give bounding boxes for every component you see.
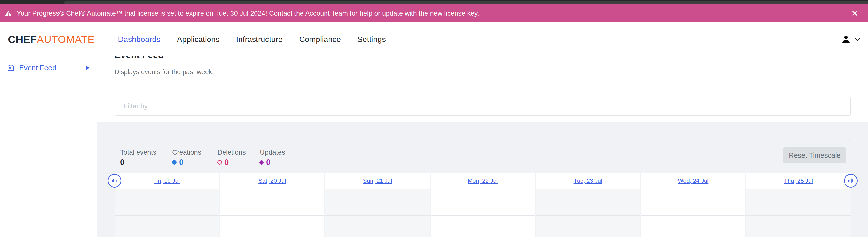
timeline-day-cell: Mon, 22 Jul bbox=[431, 173, 535, 188]
day-link-sat-20[interactable]: Sat, 20 Jul bbox=[258, 177, 286, 184]
updates-marker-icon bbox=[259, 160, 264, 165]
browser-tab bbox=[64, 1, 868, 4]
grid-column-sat bbox=[220, 189, 324, 237]
page-title: Event Feed bbox=[115, 56, 850, 61]
stat-deletions: Deletions 0 bbox=[217, 149, 260, 167]
top-navbar: CHEFAUTOMATE Dashboards Applications Inf… bbox=[0, 22, 868, 56]
grid-column-thu bbox=[746, 189, 850, 237]
timeline-handle-left[interactable] bbox=[108, 174, 121, 187]
nav-item-dashboards[interactable]: Dashboards bbox=[110, 35, 169, 44]
nav-item-compliance[interactable]: Compliance bbox=[291, 35, 349, 44]
day-link-fri-19[interactable]: Fri, 19 Jul bbox=[154, 177, 180, 184]
event-guide-card: Total events 0 Creations 0 Deletions 0 bbox=[115, 139, 851, 237]
nav-menu: Dashboards Applications Infrastructure C… bbox=[110, 35, 394, 44]
warning-icon bbox=[5, 10, 12, 17]
stat-label: Creations bbox=[172, 149, 217, 156]
main-panel: Event Feed Displays events for the past … bbox=[97, 56, 868, 237]
app-window: Your Progress® Chef® Automate™ trial lic… bbox=[0, 0, 868, 237]
browser-chrome-bar bbox=[0, 0, 868, 4]
nav-item-settings[interactable]: Settings bbox=[349, 35, 394, 44]
event-stats-row: Total events 0 Creations 0 Deletions 0 bbox=[115, 139, 850, 173]
timeline-grid bbox=[115, 189, 850, 237]
sidebar-item-label: Event Feed bbox=[19, 64, 56, 72]
page-subtitle: Displays events for the past week. bbox=[115, 68, 850, 76]
banner-message-text: Your Progress® Chef® Automate™ trial lic… bbox=[17, 9, 382, 17]
banner-close-button[interactable]: ✕ bbox=[850, 8, 860, 19]
filter-input[interactable] bbox=[115, 97, 850, 116]
day-link-wed-24[interactable]: Wed, 24 Jul bbox=[678, 177, 708, 184]
timeline-day-cell: Wed, 24 Jul bbox=[641, 173, 745, 188]
timeline-header: Fri, 19 Jul Sat, 20 Jul Sun, 21 Jul Mon,… bbox=[115, 173, 850, 188]
content-area: Event Feed Event Feed Displays events fo… bbox=[0, 56, 868, 237]
stat-updates: Updates 0 bbox=[260, 149, 285, 167]
grid-column-mon bbox=[431, 189, 535, 237]
day-link-tue-23[interactable]: Tue, 23 Jul bbox=[574, 177, 602, 184]
stat-label: Total events bbox=[120, 149, 172, 156]
creations-marker-icon bbox=[172, 160, 177, 165]
day-link-thu-25[interactable]: Thu, 25 Jul bbox=[784, 177, 813, 184]
account-menu-button[interactable] bbox=[841, 34, 860, 45]
reset-timescale-button[interactable]: Reset Timescale bbox=[783, 147, 846, 163]
stat-total-events: Total events 0 bbox=[120, 149, 172, 167]
event-guide-section: Total events 0 Creations 0 Deletions 0 bbox=[97, 122, 868, 237]
grid-column-sun bbox=[325, 189, 430, 237]
logo-automate: AUTOMATE bbox=[37, 33, 95, 45]
person-icon bbox=[841, 34, 851, 45]
sidebar-item-event-feed[interactable]: Event Feed bbox=[0, 62, 97, 74]
timeline-day-cell: Tue, 23 Jul bbox=[536, 173, 640, 188]
stat-creations: Creations 0 bbox=[172, 149, 217, 167]
timeline-day-cell: Sat, 20 Jul bbox=[220, 173, 324, 188]
timeline-day-cell: Sun, 21 Jul bbox=[325, 173, 430, 188]
day-link-mon-22[interactable]: Mon, 22 Jul bbox=[468, 177, 498, 184]
banner-message: Your Progress® Chef® Automate™ trial lic… bbox=[17, 9, 479, 17]
slider-icon bbox=[848, 178, 854, 184]
timeline-day-cell: Fri, 19 Jul bbox=[115, 173, 219, 188]
day-link-sun-21[interactable]: Sun, 21 Jul bbox=[363, 177, 392, 184]
stat-label: Updates bbox=[260, 149, 285, 156]
grid-column-tue bbox=[536, 189, 640, 237]
stat-label: Deletions bbox=[217, 149, 260, 156]
chevron-down-icon bbox=[855, 38, 860, 41]
page-header-block: Event Feed Displays events for the past … bbox=[97, 56, 868, 116]
arrow-right-icon bbox=[86, 66, 89, 70]
timeline-day-cell: Thu, 25 Jul bbox=[746, 173, 850, 188]
stat-value: 0 bbox=[179, 158, 183, 167]
logo-chef: CHEF bbox=[8, 33, 37, 45]
grid-column-wed bbox=[641, 189, 745, 237]
app-logo[interactable]: CHEFAUTOMATE bbox=[8, 33, 95, 45]
close-icon: ✕ bbox=[851, 9, 859, 18]
timeline-handle-right[interactable] bbox=[844, 174, 858, 187]
stat-value: 0 bbox=[266, 158, 270, 167]
calendar-icon bbox=[7, 65, 14, 71]
stat-value: 0 bbox=[224, 158, 228, 167]
sidebar: Event Feed bbox=[0, 56, 97, 237]
stat-value: 0 bbox=[120, 158, 124, 167]
nav-item-applications[interactable]: Applications bbox=[169, 35, 228, 44]
timeline: Fri, 19 Jul Sat, 20 Jul Sun, 21 Jul Mon,… bbox=[115, 173, 850, 237]
nav-item-infrastructure[interactable]: Infrastructure bbox=[228, 35, 291, 44]
grid-column-fri bbox=[115, 189, 219, 237]
slider-icon bbox=[112, 178, 118, 184]
update-license-link[interactable]: update with the new license key. bbox=[382, 9, 479, 17]
deletions-marker-icon bbox=[217, 160, 222, 165]
license-warning-banner: Your Progress® Chef® Automate™ trial lic… bbox=[0, 4, 868, 22]
